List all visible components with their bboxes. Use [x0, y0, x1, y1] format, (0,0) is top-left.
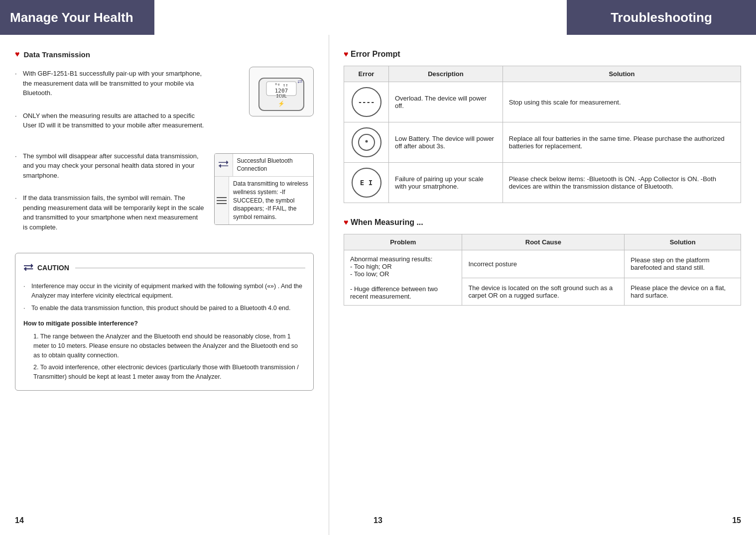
when-measuring-title: ♥ When Measuring ...: [344, 218, 741, 227]
solution-1: Please step on the platform barefooted a…: [625, 250, 741, 278]
right-section: ♥ Error Prompt Error Description Solutio…: [329, 35, 756, 350]
error-icon-pair: E I: [344, 163, 389, 203]
bullet-list-3: The symbol will disappear after successf…: [15, 149, 204, 183]
caution-numbered-list: 1. The range between the Analyzer and th…: [23, 330, 305, 383]
caution-bt-icon: ⮂: [23, 260, 33, 275]
caution-subtitle: How to mitigate possible interference?: [23, 319, 305, 328]
header-left: Manage Your Health: [0, 0, 154, 35]
description-col-header: Description: [389, 66, 503, 82]
measuring-table-header-row: Problem Root Cause Solution: [344, 234, 741, 250]
overload-solution: Stop using this scale for measurement.: [503, 82, 741, 122]
solution-col-header: Solution: [503, 66, 741, 82]
bullet-item-2: ONLY when the measuring results are atta…: [15, 109, 204, 132]
heart-icon-error: ♥: [344, 50, 349, 58]
info-box-text-2: Data transmitting to wireless wellness s…: [229, 177, 313, 224]
header-left-title: Manage Your Health: [10, 10, 133, 25]
svg-text:⚡: ⚡: [278, 100, 285, 107]
svg-point-11: [365, 140, 368, 143]
measuring-table: Problem Root Cause Solution Abnormal mea…: [344, 234, 741, 306]
table-row: E I Failure of pairing up your scale wit…: [344, 163, 741, 203]
overload-circle: ----: [352, 87, 381, 117]
left-section: ♥ Data Transmission With GBF-1251-B1 suc…: [0, 35, 329, 421]
root-cause-col-header: Root Cause: [462, 234, 625, 250]
caution-bullet-1: Interference may occur in the vicinity o…: [23, 280, 305, 302]
heart-icon-measuring: ♥: [344, 218, 349, 226]
solution-2: Please place the device on a flat, hard …: [625, 278, 741, 306]
solution-col-header-2: Solution: [625, 234, 741, 250]
svg-text:ICUL: ICUL: [276, 94, 287, 99]
dt-bottom-row: The symbol will disappear after successf…: [15, 149, 314, 243]
bullet-item-1: With GBF-1251-B1 successfully pair-up wi…: [15, 67, 204, 100]
battery-solution: Replace all four batteries in the same t…: [503, 122, 741, 163]
pair-circle: E I: [352, 168, 381, 198]
info-box-text-1: Successful Bluetooth Connection: [233, 154, 313, 177]
battery-circle: [352, 127, 381, 157]
svg-text:⮂: ⮂: [297, 79, 302, 85]
dt-right-col: ⁰ᵍ ↑↑ 1207 ICUL ⚡ ⮂: [214, 67, 314, 141]
error-icon-battery: [344, 122, 389, 163]
root-cause-2: The device is located on the soft ground…: [462, 278, 625, 306]
bullet-item-3: The symbol will disappear after successf…: [15, 149, 204, 183]
error-prompt-title: ♥ Error Prompt: [344, 50, 741, 59]
bullet-list-2: ONLY when the measuring results are atta…: [15, 109, 204, 132]
info-box-row-1: ⮂ Successful Bluetooth Connection: [215, 154, 313, 177]
error-col-header: Error: [344, 66, 389, 82]
table-row: Low Battery. The device will power off a…: [344, 122, 741, 163]
data-transmission-title: ♥ Data Transmission: [15, 50, 314, 59]
page-number-right: 15: [732, 516, 741, 525]
svg-text:⁰ᵍ ↑↑: ⁰ᵍ ↑↑: [274, 83, 288, 88]
caution-title: ⮂ CAUTION: [23, 260, 305, 275]
pair-solution: Please check below items: -Bluetooth is …: [503, 163, 741, 203]
heart-icon: ♥: [15, 50, 20, 59]
problem-cell-1: Abnormal measuring results:- Too high; O…: [344, 250, 462, 306]
root-cause-1: Incorrect posture: [462, 250, 625, 278]
problem-col-header: Problem: [344, 234, 462, 250]
bullet-list-4: If the data transmission fails, the symb…: [15, 191, 204, 234]
table-row: ---- Overload. The device will power off…: [344, 82, 741, 122]
caution-bullet-list: Interference may occur in the vicinity o…: [23, 280, 305, 314]
error-icon-overload: ----: [344, 82, 389, 122]
device-illustration: ⁰ᵍ ↑↑ 1207 ICUL ⚡ ⮂: [249, 67, 314, 116]
page-number-center: 13: [374, 516, 382, 525]
bluetooth-icon: ⮂: [215, 154, 233, 177]
dt-bullets-col: The symbol will disappear after successf…: [15, 149, 204, 243]
info-box-row-2: Data transmitting to wireless wellness s…: [215, 177, 313, 224]
caution-bullet-2: To enable the data transmission function…: [23, 302, 305, 315]
caution-numbered-1: 1. The range between the Analyzer and th…: [23, 330, 305, 361]
error-table-header-row: Error Description Solution: [344, 66, 741, 82]
bullet-list-1: With GBF-1251-B1 successfully pair-up wi…: [15, 67, 204, 100]
caution-box: ⮂ CAUTION Interference may occur in the …: [15, 253, 314, 391]
lines-icon: [215, 177, 229, 224]
dt-top-row: With GBF-1251-B1 successfully pair-up wi…: [15, 67, 314, 141]
table-row: Abnormal measuring results:- Too high; O…: [344, 250, 741, 278]
info-box-col: ⮂ Successful Bluetooth Connection Data t…: [214, 149, 314, 243]
error-table: Error Description Solution ---- Overload…: [344, 66, 741, 203]
overload-description: Overload. The device will power off.: [389, 82, 503, 122]
dt-left-col: With GBF-1251-B1 successfully pair-up wi…: [15, 67, 204, 141]
header-right-title: Troubleshooting: [611, 10, 712, 25]
pair-description: Failure of pairing up your scale with yo…: [389, 163, 503, 203]
page-number-left: 14: [15, 516, 24, 525]
header-right: Troubleshooting: [567, 0, 756, 35]
info-box: ⮂ Successful Bluetooth Connection Data t…: [214, 153, 314, 225]
caution-numbered-2: 2. To avoid interference, other electron…: [23, 361, 305, 383]
battery-description: Low Battery. The device will power off a…: [389, 122, 503, 163]
bullet-item-4: If the data transmission fails, the symb…: [15, 191, 204, 234]
